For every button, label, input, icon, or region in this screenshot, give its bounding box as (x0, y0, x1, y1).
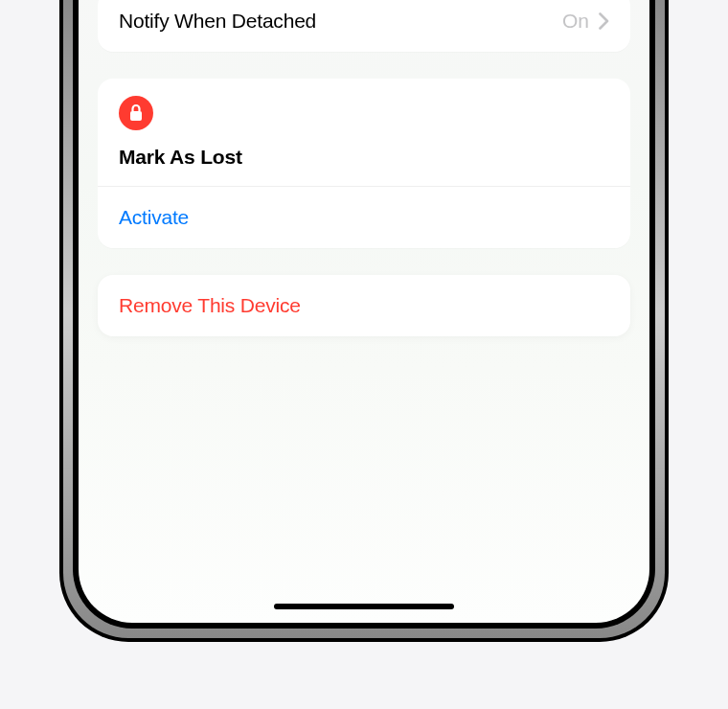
notify-value: On (562, 10, 589, 33)
screen-content: Notify When Detached On (79, 0, 649, 623)
notify-when-detached-row[interactable]: Notify When Detached On (98, 0, 630, 52)
remove-device-button[interactable]: Remove This Device (98, 275, 630, 336)
lock-icon (119, 96, 153, 130)
mark-as-lost-header: Mark As Lost (98, 79, 630, 187)
mark-as-lost-title: Mark As Lost (119, 146, 609, 169)
phone-bezel: Notify When Detached On (59, 0, 669, 642)
home-indicator[interactable] (274, 604, 454, 609)
notify-label: Notify When Detached (119, 10, 562, 33)
remove-device-label: Remove This Device (119, 294, 609, 317)
chevron-right-icon (599, 12, 609, 30)
activate-button[interactable]: Activate (98, 187, 630, 248)
mark-as-lost-card: Mark As Lost Activate (98, 79, 630, 248)
phone-inner-frame: Notify When Detached On (73, 0, 655, 629)
svg-rect-0 (130, 111, 142, 121)
activate-label: Activate (119, 206, 609, 229)
notify-card: Notify When Detached On (98, 0, 630, 52)
